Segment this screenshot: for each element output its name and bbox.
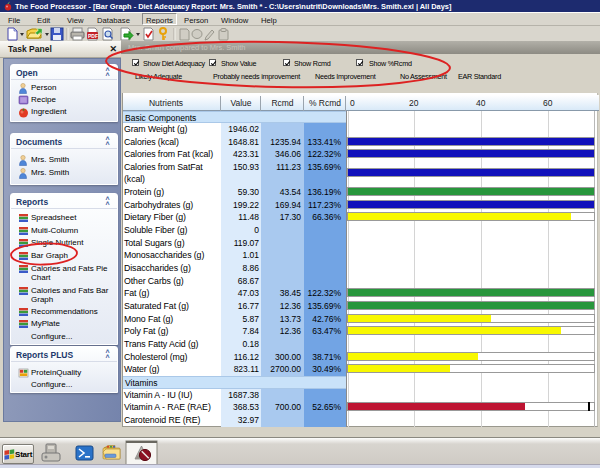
svg-text:PDF: PDF (88, 33, 98, 39)
